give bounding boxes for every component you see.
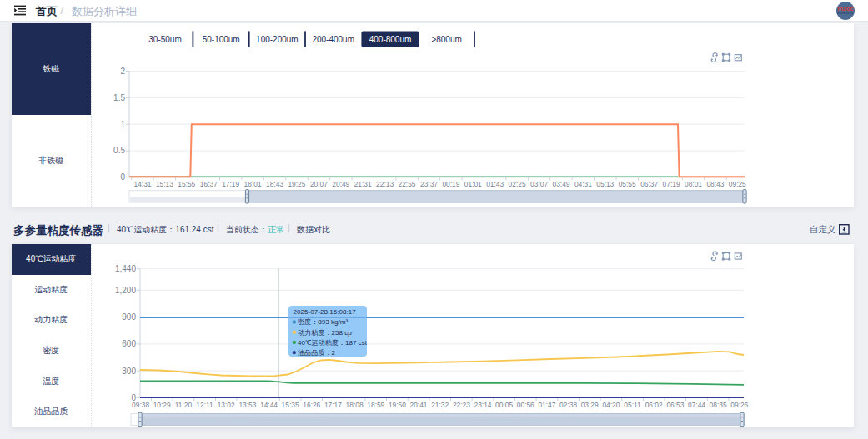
svg-text:600: 600 xyxy=(122,339,136,348)
svg-text:06:53: 06:53 xyxy=(666,401,684,409)
svg-text:1: 1 xyxy=(120,120,125,129)
svg-text:21:32: 21:32 xyxy=(431,401,449,409)
svg-text:05:55: 05:55 xyxy=(619,180,636,188)
svg-text:1,440: 1,440 xyxy=(115,264,136,273)
svg-text:03:29: 03:29 xyxy=(581,401,599,409)
svg-text:09:25: 09:25 xyxy=(729,180,746,188)
svg-text:30-50um: 30-50um xyxy=(148,35,181,44)
svg-text:08:35: 08:35 xyxy=(710,401,727,409)
svg-text:19:50: 19:50 xyxy=(389,401,406,409)
svg-text:11:20: 11:20 xyxy=(175,401,193,409)
svg-text:18:01: 18:01 xyxy=(244,180,262,188)
svg-text:900: 900 xyxy=(122,312,136,322)
svg-text:18:43: 18:43 xyxy=(266,180,283,188)
svg-text:03:07: 03:07 xyxy=(530,180,548,188)
svg-text:400-800um: 400-800um xyxy=(369,35,412,44)
svg-text:23:37: 23:37 xyxy=(420,180,438,188)
svg-text:1,200: 1,200 xyxy=(115,286,136,295)
svg-text:17:17: 17:17 xyxy=(324,401,342,409)
svg-text:20:41: 20:41 xyxy=(410,401,428,409)
svg-text:0: 0 xyxy=(120,172,125,182)
svg-text:16:26: 16:26 xyxy=(303,401,320,409)
svg-text:08:43: 08:43 xyxy=(706,180,724,188)
svg-text:油品品质：2: 油品品质：2 xyxy=(298,349,335,357)
svg-text:02:25: 02:25 xyxy=(509,180,526,188)
svg-text:22:13: 22:13 xyxy=(376,180,394,188)
svg-text:动力粘度：258 cp: 动力粘度：258 cp xyxy=(298,329,352,337)
svg-text:13:02: 13:02 xyxy=(218,401,235,409)
svg-text:100-200um: 100-200um xyxy=(256,35,299,44)
svg-text:22:55: 22:55 xyxy=(399,180,416,188)
svg-text:04:20: 04:20 xyxy=(602,401,620,409)
svg-text:01:43: 01:43 xyxy=(486,180,504,188)
svg-text:01:01: 01:01 xyxy=(464,180,482,188)
svg-text:50-100um: 50-100um xyxy=(203,35,240,44)
svg-text:05:11: 05:11 xyxy=(624,401,641,409)
svg-text:10:29: 10:29 xyxy=(153,401,171,409)
svg-text:23:14: 23:14 xyxy=(474,401,492,409)
svg-text:17:19: 17:19 xyxy=(222,180,239,188)
svg-text:40℃运动粘度：187 cst: 40℃运动粘度：187 cst xyxy=(298,339,368,347)
svg-text:20:07: 20:07 xyxy=(310,180,328,188)
svg-text:00:56: 00:56 xyxy=(517,401,534,409)
svg-text:07:44: 07:44 xyxy=(688,401,705,409)
svg-text:09:38: 09:38 xyxy=(132,401,149,409)
svg-text:06:02: 06:02 xyxy=(645,401,663,409)
svg-text:15:35: 15:35 xyxy=(282,401,299,409)
svg-text:06:37: 06:37 xyxy=(640,180,658,188)
svg-text:19:25: 19:25 xyxy=(288,180,305,188)
svg-text:05:13: 05:13 xyxy=(596,180,614,188)
svg-text:03:49: 03:49 xyxy=(553,180,570,188)
svg-text:00:19: 00:19 xyxy=(442,180,459,188)
svg-text:00:05: 00:05 xyxy=(495,401,513,409)
svg-text:14:44: 14:44 xyxy=(260,401,278,409)
svg-text:09:26: 09:26 xyxy=(730,401,748,409)
svg-text:15:13: 15:13 xyxy=(156,180,173,188)
svg-text:21:31: 21:31 xyxy=(354,180,372,188)
svg-text:02:38: 02:38 xyxy=(559,401,577,409)
svg-text:18:08: 18:08 xyxy=(346,401,364,409)
svg-text:13:53: 13:53 xyxy=(238,401,256,409)
svg-text:20:49: 20:49 xyxy=(332,180,349,188)
svg-text:04:31: 04:31 xyxy=(574,180,592,188)
svg-text:>800um: >800um xyxy=(431,35,461,44)
svg-text:18:59: 18:59 xyxy=(367,401,384,409)
svg-text:2025-07-28 15:08:17: 2025-07-28 15:08:17 xyxy=(294,308,357,316)
svg-text:1.5: 1.5 xyxy=(113,93,125,102)
svg-text:08:01: 08:01 xyxy=(685,180,702,188)
svg-text:12:11: 12:11 xyxy=(196,401,213,409)
svg-text:16:37: 16:37 xyxy=(200,180,218,188)
svg-text:300: 300 xyxy=(122,367,136,376)
svg-text:14:31: 14:31 xyxy=(134,180,152,188)
svg-text:15:55: 15:55 xyxy=(178,180,195,188)
svg-text:07:19: 07:19 xyxy=(663,180,680,188)
svg-text:200-400um: 200-400um xyxy=(312,35,354,44)
svg-text:01:47: 01:47 xyxy=(538,401,555,409)
svg-text:0.5: 0.5 xyxy=(113,146,125,155)
svg-text:2: 2 xyxy=(120,67,125,76)
svg-text:22:23: 22:23 xyxy=(453,401,470,409)
svg-text:密度：893 kg/m³: 密度：893 kg/m³ xyxy=(298,318,349,326)
